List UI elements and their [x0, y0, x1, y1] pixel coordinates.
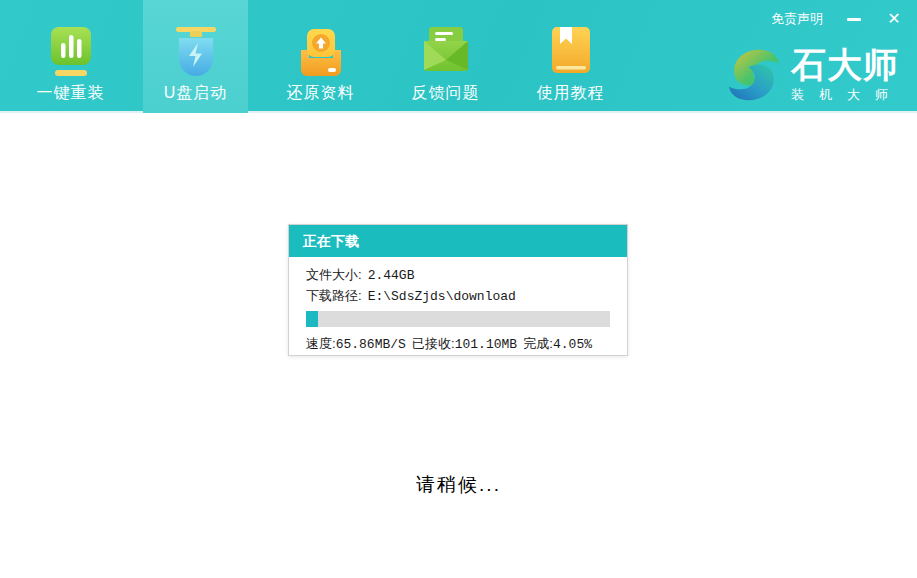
brand-logo: 石大师 装机大师: [723, 44, 903, 106]
done-label: 完成:: [523, 336, 553, 351]
tab-label: 使用教程: [537, 83, 605, 104]
tab-label: U盘启动: [164, 83, 228, 104]
progress-bar: [306, 311, 610, 327]
done-value: 4.05%: [553, 337, 592, 352]
tab-label: 反馈问题: [412, 83, 480, 104]
file-size-label: 文件大小:: [306, 267, 362, 282]
download-path-label: 下载路径:: [306, 288, 362, 303]
bar-chart-icon: [47, 26, 95, 78]
restore-upload-icon: [297, 26, 345, 78]
brand-name: 石大师: [791, 46, 903, 85]
received-value: 101.10MB: [455, 337, 517, 352]
minimize-button[interactable]: [845, 10, 863, 28]
file-size-value: 2.44GB: [368, 268, 415, 283]
download-path-row: 下载路径:E:\SdsZjds\download: [306, 285, 610, 306]
tutorial-book-icon: [547, 26, 595, 78]
minimize-icon: [847, 18, 861, 21]
stats-row: 速度:65.86MB/S 已接收:101.10MB 完成:4.05%: [306, 335, 610, 353]
feedback-mail-icon: [421, 26, 471, 78]
brand-mark-icon: [723, 44, 785, 106]
download-path-value: E:\SdsZjds\download: [368, 289, 516, 304]
speed-stat: 速度:65.86MB/S: [306, 335, 406, 353]
wait-text: 请稍候...: [0, 472, 917, 498]
progress-fill: [306, 311, 318, 327]
disclaimer-link[interactable]: 免责声明: [771, 10, 823, 28]
received-stat: 已接收:101.10MB: [412, 335, 517, 353]
app-window: 一键重装: [0, 0, 917, 578]
tab-tutorial[interactable]: 使用教程: [518, 0, 623, 113]
tab-restore-data[interactable]: 还原资料: [268, 0, 373, 113]
received-label: 已接收:: [412, 336, 455, 351]
close-icon: ✕: [887, 11, 900, 27]
download-dialog: 正在下载 文件大小:2.44GB 下载路径:E:\SdsZjds\downloa…: [288, 224, 628, 356]
done-stat: 完成:4.05%: [523, 335, 592, 353]
speed-value: 65.86MB/S: [336, 337, 406, 352]
speed-label: 速度:: [306, 336, 336, 351]
brand-subtitle: 装机大师: [791, 86, 903, 104]
tab-bar: 一键重装: [18, 0, 623, 113]
app-header: 一键重装: [0, 0, 917, 113]
dialog-body: 文件大小:2.44GB 下载路径:E:\SdsZjds\download 速度:…: [289, 257, 627, 353]
tab-one-key-reinstall[interactable]: 一键重装: [18, 0, 123, 113]
usb-drive-icon: [172, 26, 220, 78]
brand-text: 石大师 装机大师: [791, 46, 903, 105]
tab-feedback[interactable]: 反馈问题: [393, 0, 498, 113]
tab-label: 一键重装: [37, 83, 105, 104]
tab-label: 还原资料: [287, 83, 355, 104]
file-size-row: 文件大小:2.44GB: [306, 264, 610, 285]
dialog-title: 正在下载: [289, 225, 627, 257]
close-button[interactable]: ✕: [885, 10, 903, 28]
titlebar-controls: 免责声明 ✕: [771, 10, 903, 28]
tab-usb-boot[interactable]: U盘启动: [143, 0, 248, 113]
